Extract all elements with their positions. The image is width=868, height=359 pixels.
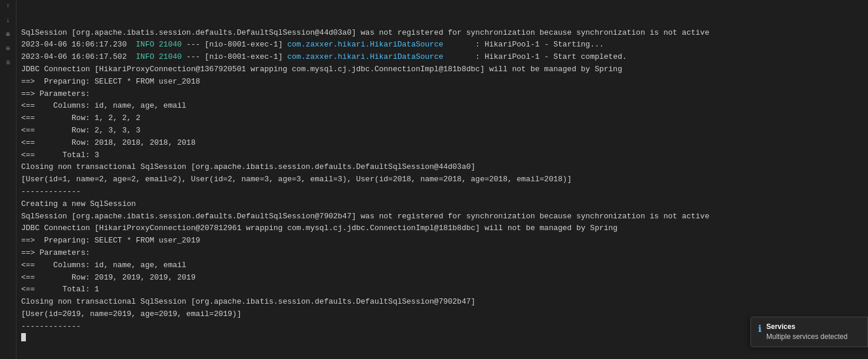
log-line: 2023-04-06 16:06:17.230 INFO 21040 --- [… <box>21 39 863 51</box>
text-cursor <box>21 333 26 341</box>
console-container: ↑ ↓ ⊕ ⊖ ≡ SqlSession [org.apache.ibatis.… <box>0 0 868 359</box>
log-line: 2023-04-06 16:06:17.502 INFO 21040 --- [… <box>21 51 863 64</box>
log-line: ------------- <box>21 321 863 333</box>
services-message: Multiple services detected <box>766 332 847 342</box>
remove-icon[interactable]: ⊖ <box>2 45 14 54</box>
log-line: <== Row: 2019, 2019, 2019, 2019 <box>21 272 863 284</box>
log-line: <== Row: 1, 2, 2, 2 <box>21 112 863 125</box>
log-line: JDBC Connection [HikariProxyConnection@1… <box>21 64 863 76</box>
log-line: ==> Parameters: <box>21 247 863 260</box>
add-icon[interactable]: ⊕ <box>2 31 14 40</box>
log-line: <== Row: 2018, 2018, 2018, 2018 <box>21 137 863 149</box>
cursor-line <box>21 333 863 341</box>
log-line: ------------- <box>21 186 863 198</box>
log-line: ==> Parameters: <box>21 88 863 101</box>
log-line: <== Row: 2, 3, 3, 3 <box>21 125 863 137</box>
services-text: Services Multiple services detected <box>766 322 847 342</box>
services-popup[interactable]: ℹ Services Multiple services detected <box>750 317 868 347</box>
log-line: JDBC Connection [HikariProxyConnection@2… <box>21 222 863 235</box>
log-line: SqlSession [org.apache.ibatis.session.de… <box>21 211 863 223</box>
log-line: Closing non transactional SqlSession [or… <box>21 161 863 174</box>
info-icon: ℹ <box>758 323 762 338</box>
left-gutter: ↑ ↓ ⊕ ⊖ ≡ <box>0 0 16 359</box>
log-line: <== Total: 1 <box>21 284 863 296</box>
log-line: <== Columns: id, name, age, email <box>21 260 863 272</box>
scroll-up-icon[interactable]: ↑ <box>2 2 14 12</box>
scroll-down-icon[interactable]: ↓ <box>2 16 14 26</box>
log-line: Creating a new SqlSession <box>21 198 863 211</box>
log-line: <== Total: 3 <box>21 149 863 162</box>
log-area[interactable]: SqlSession [org.apache.ibatis.session.de… <box>16 0 868 359</box>
log-line: SqlSession [org.apache.ibatis.session.de… <box>21 27 863 39</box>
log-line: [User(id=1, name=2, age=2, email=2), Use… <box>21 174 863 186</box>
log-line: [User(id=2019, name=2019, age=2019, emai… <box>21 308 863 321</box>
log-line: ==> Preparing: SELECT * FROM user_2018 <box>21 76 863 88</box>
log-line: Closing non transactional SqlSession [or… <box>21 296 863 308</box>
log-line: ==> Preparing: SELECT * FROM user_2019 <box>21 235 863 247</box>
menu-icon[interactable]: ≡ <box>2 59 14 68</box>
services-title: Services <box>766 322 847 332</box>
log-line: <== Columns: id, name, age, email <box>21 100 863 112</box>
